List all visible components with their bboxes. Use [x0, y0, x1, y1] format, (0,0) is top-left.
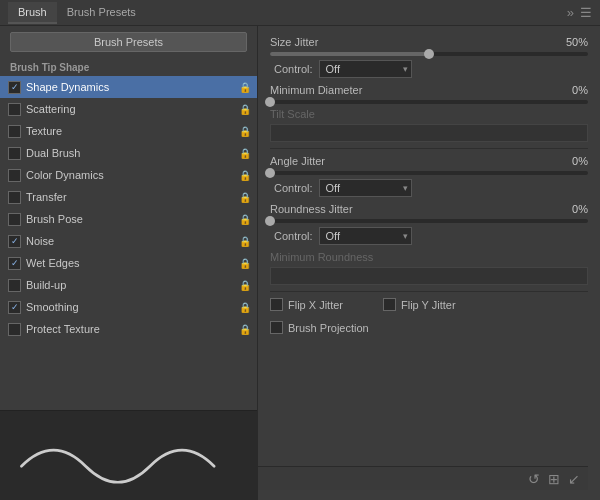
lock-icon-protect-texture: 🔒: [239, 324, 251, 335]
roundness-jitter-slider-track[interactable]: [270, 219, 588, 223]
flip-x-row: Flip X Jitter: [270, 298, 343, 311]
tilt-scale-row: Tilt Scale: [270, 108, 588, 120]
min-diameter-label: Minimum Diameter: [270, 84, 552, 96]
panel-item-protect-texture[interactable]: Protect Texture 🔒: [0, 318, 257, 340]
flip-row: Flip X Jitter Flip Y Jitter: [270, 298, 588, 316]
tab-brush[interactable]: Brush: [8, 2, 57, 24]
panel-item-noise[interactable]: ✓ Noise 🔒: [0, 230, 257, 252]
toolbar-icon-2[interactable]: ⊞: [548, 471, 560, 487]
panel-item-wet-edges[interactable]: ✓ Wet Edges 🔒: [0, 252, 257, 274]
panel-item-dual-brush[interactable]: Dual Brush 🔒: [0, 142, 257, 164]
lock-icon-noise: 🔒: [239, 236, 251, 247]
brush-projection-label: Brush Projection: [288, 322, 369, 334]
toolbar-icon-3[interactable]: ↙: [568, 471, 580, 487]
min-roundness-input: [270, 267, 588, 285]
checkbox-texture[interactable]: [8, 125, 21, 138]
size-jitter-control-wrapper: Off Fade Pen Pressure Pen Tilt: [319, 60, 412, 78]
size-jitter-row: Size Jitter 50%: [270, 36, 588, 48]
expand-icon[interactable]: »: [567, 5, 574, 20]
checkbox-brush-pose[interactable]: [8, 213, 21, 226]
roundness-jitter-slider-thumb[interactable]: [265, 216, 275, 226]
label-texture: Texture: [26, 125, 235, 137]
brush-projection-row: Brush Projection: [270, 321, 588, 334]
panel-item-color-dynamics[interactable]: Color Dynamics 🔒: [0, 164, 257, 186]
toolbar-icon-1[interactable]: ↺: [528, 471, 540, 487]
angle-jitter-slider-thumb[interactable]: [265, 168, 275, 178]
divider-1: [270, 148, 588, 149]
label-noise: Noise: [26, 235, 235, 247]
lock-icon-texture: 🔒: [239, 126, 251, 137]
panel-item-smoothing[interactable]: ✓ Smoothing 🔒: [0, 296, 257, 318]
angle-jitter-control-row: Control: Off Fade Pen Pressure: [274, 179, 588, 197]
panel-item-brush-pose[interactable]: Brush Pose 🔒: [0, 208, 257, 230]
label-dual-brush: Dual Brush: [26, 147, 235, 159]
flip-y-row: Flip Y Jitter: [383, 298, 456, 311]
lock-icon-wet-edges: 🔒: [239, 258, 251, 269]
label-transfer: Transfer: [26, 191, 235, 203]
tilt-scale-input: [270, 124, 588, 142]
label-buildup: Build-up: [26, 279, 235, 291]
label-protect-texture: Protect Texture: [26, 323, 235, 335]
lock-icon-scattering: 🔒: [239, 104, 251, 115]
brush-preview: [0, 410, 257, 500]
size-jitter-control-select[interactable]: Off Fade Pen Pressure Pen Tilt: [319, 60, 412, 78]
checkbox-transfer[interactable]: [8, 191, 21, 204]
checkbox-shape-dynamics[interactable]: ✓: [8, 81, 21, 94]
checkbox-wet-edges[interactable]: ✓: [8, 257, 21, 270]
min-diameter-slider-thumb[interactable]: [265, 97, 275, 107]
left-panel: Brush Presets Brush Tip Shape ✓ Shape Dy…: [0, 26, 258, 500]
main-layout: Brush Presets Brush Tip Shape ✓ Shape Dy…: [0, 26, 600, 500]
angle-jitter-value: 0%: [552, 155, 588, 167]
checkbox-protect-texture[interactable]: [8, 323, 21, 336]
panel-item-scattering[interactable]: Scattering 🔒: [0, 98, 257, 120]
lock-icon-transfer: 🔒: [239, 192, 251, 203]
right-panel-inner: Size Jitter 50% Control: Off Fade Pen Pr…: [270, 36, 588, 490]
roundness-jitter-control-wrapper: Off Fade Pen Pressure: [319, 227, 412, 245]
checkbox-buildup[interactable]: [8, 279, 21, 292]
checkbox-flip-y[interactable]: [383, 298, 396, 311]
size-jitter-control-row: Control: Off Fade Pen Pressure Pen Tilt: [274, 60, 588, 78]
checkbox-smoothing[interactable]: ✓: [8, 301, 21, 314]
flip-x-label: Flip X Jitter: [288, 299, 343, 311]
panel-item-transfer[interactable]: Transfer 🔒: [0, 186, 257, 208]
checkbox-color-dynamics[interactable]: [8, 169, 21, 182]
angle-jitter-row: Angle Jitter 0%: [270, 155, 588, 167]
roundness-jitter-value: 0%: [552, 203, 588, 215]
angle-jitter-control-select[interactable]: Off Fade Pen Pressure: [319, 179, 412, 197]
checkbox-noise[interactable]: ✓: [8, 235, 21, 248]
tilt-scale-label: Tilt Scale: [270, 108, 588, 120]
checkbox-brush-projection[interactable]: [270, 321, 283, 334]
label-brush-pose: Brush Pose: [26, 213, 235, 225]
roundness-jitter-control-select[interactable]: Off Fade Pen Pressure: [319, 227, 412, 245]
lock-icon-brush-pose: 🔒: [239, 214, 251, 225]
min-diameter-slider-track[interactable]: [270, 100, 588, 104]
tab-brush-presets[interactable]: Brush Presets: [57, 2, 146, 24]
lock-icon-color-dynamics: 🔒: [239, 170, 251, 181]
label-scattering: Scattering: [26, 103, 235, 115]
panel-item-shape-dynamics[interactable]: ✓ Shape Dynamics 🔒: [0, 76, 257, 98]
bottom-toolbar: ↺ ⊞ ↙: [258, 466, 588, 490]
angle-jitter-slider-track[interactable]: [270, 171, 588, 175]
divider-2: [270, 291, 588, 292]
panel-item-buildup[interactable]: Build-up 🔒: [0, 274, 257, 296]
size-jitter-label: Size Jitter: [270, 36, 552, 48]
size-jitter-slider-track[interactable]: [270, 52, 588, 56]
size-jitter-value: 50%: [552, 36, 588, 48]
size-jitter-slider-thumb[interactable]: [424, 49, 434, 59]
tab-bar: Brush Brush Presets » ☰: [0, 0, 600, 26]
checkbox-scattering[interactable]: [8, 103, 21, 116]
brush-presets-button[interactable]: Brush Presets: [10, 32, 247, 52]
panel-items-list: ✓ Shape Dynamics 🔒 Scattering 🔒 Texture …: [0, 76, 257, 410]
checkbox-flip-x[interactable]: [270, 298, 283, 311]
lock-icon-shape-dynamics: 🔒: [239, 82, 251, 93]
menu-icon[interactable]: ☰: [580, 5, 592, 20]
lock-icon-dual-brush: 🔒: [239, 148, 251, 159]
min-roundness-row: Minimum Roundness: [270, 251, 588, 263]
lock-icon-smoothing: 🔒: [239, 302, 251, 313]
flip-y-label: Flip Y Jitter: [401, 299, 456, 311]
checkbox-dual-brush[interactable]: [8, 147, 21, 160]
panel-item-texture[interactable]: Texture 🔒: [0, 120, 257, 142]
roundness-jitter-control-label: Control:: [274, 230, 313, 242]
right-panel: Size Jitter 50% Control: Off Fade Pen Pr…: [258, 26, 600, 500]
roundness-jitter-label: Roundness Jitter: [270, 203, 552, 215]
